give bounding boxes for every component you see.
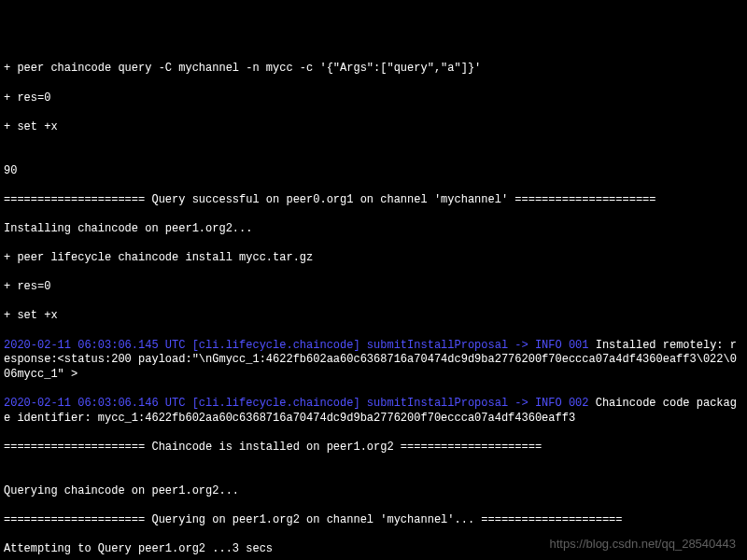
terminal-line: Installing chaincode on peer1.org2... bbox=[4, 222, 743, 237]
terminal-line: + res=0 bbox=[4, 91, 743, 106]
terminal-line: ===================== Query successful o… bbox=[4, 193, 743, 208]
terminal-line: ===================== Querying on peer1.… bbox=[4, 513, 743, 528]
terminal-line: ===================== Chaincode is insta… bbox=[4, 441, 743, 455]
terminal-line: + peer chaincode query -C mychannel -n m… bbox=[4, 62, 743, 77]
watermark-text: https://blog.csdn.net/qq_28540443 bbox=[550, 537, 737, 553]
log-timestamp: 2020-02-11 06:03:06.145 UTC [cli.lifecyc… bbox=[4, 339, 589, 352]
terminal-line: 90 bbox=[4, 164, 743, 179]
terminal-line: + set +x bbox=[4, 309, 743, 324]
terminal-line: 2020-02-11 06:03:06.146 UTC [cli.lifecyc… bbox=[4, 397, 743, 426]
log-timestamp: 2020-02-11 06:03:06.146 UTC [cli.lifecyc… bbox=[4, 397, 589, 410]
terminal-line: + set +x bbox=[4, 120, 743, 135]
terminal-line: + peer lifecycle chaincode install mycc.… bbox=[4, 251, 743, 266]
terminal-line: Querying chaincode on peer1.org2... bbox=[4, 484, 743, 499]
terminal-line: + res=0 bbox=[4, 280, 743, 295]
terminal-line: 2020-02-11 06:03:06.145 UTC [cli.lifecyc… bbox=[4, 339, 743, 383]
